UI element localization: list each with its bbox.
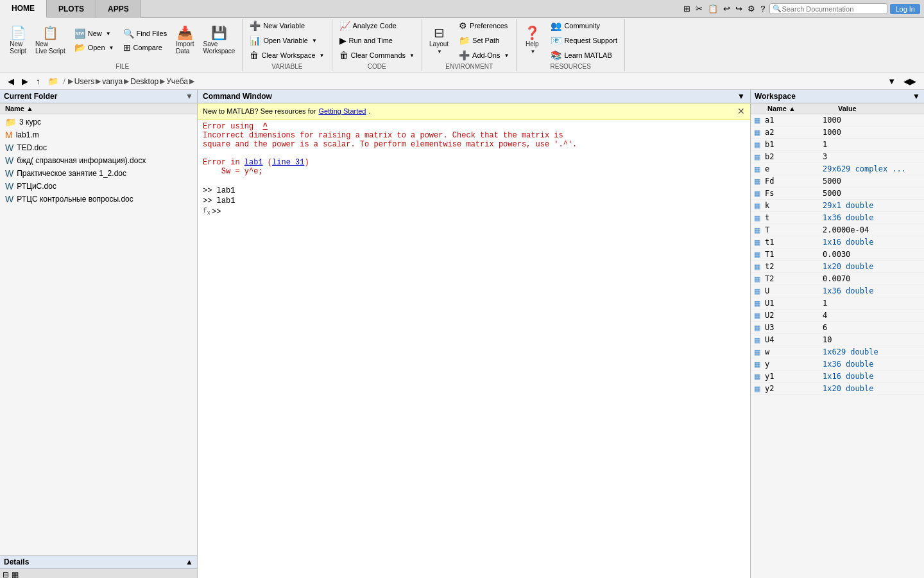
ws-var-value: 5000 bbox=[821, 175, 924, 187]
command-window-panel: Command Window ▼ New to MATLAB? See reso… bbox=[198, 90, 751, 578]
search-input[interactable] bbox=[782, 5, 884, 13]
table-row[interactable]: ▦ t 1x36 double bbox=[751, 212, 924, 224]
table-row[interactable]: ▦ b2 3 bbox=[751, 151, 924, 163]
open-variable-button[interactable]: 📊 Open Variable ▼ bbox=[246, 34, 320, 47]
import-data-button[interactable]: 📥 ImportData bbox=[173, 24, 197, 57]
error-file-link[interactable]: lab1 bbox=[244, 158, 263, 167]
breadcrumb-vanya[interactable]: vanya bbox=[102, 77, 123, 86]
table-row[interactable]: ▦ t2 1x20 double bbox=[751, 261, 924, 273]
table-row[interactable]: ▦ t1 1x16 double bbox=[751, 236, 924, 249]
list-item[interactable]: W РТЦС контрольные вопросы.doc bbox=[0, 193, 197, 206]
table-row[interactable]: ▦ k 29x1 double bbox=[751, 200, 924, 212]
list-item[interactable]: M lab1.m bbox=[0, 128, 197, 141]
cmd-panel-menu[interactable]: ▼ bbox=[737, 92, 745, 101]
table-row[interactable]: ▦ T 2.0000e-04 bbox=[751, 224, 924, 236]
command-content[interactable]: Error using ^ Incorrect dimensions for r… bbox=[198, 119, 750, 578]
list-item[interactable]: W TED.doc bbox=[0, 141, 197, 154]
path-expand-button[interactable]: ◀▶ bbox=[901, 76, 919, 87]
workspace-col-header: Name ▲ Value bbox=[751, 103, 924, 114]
tab-home[interactable]: HOME bbox=[0, 0, 47, 18]
help-icon: ❓ bbox=[524, 26, 540, 39]
table-row[interactable]: ▦ w 1x629 double bbox=[751, 346, 924, 358]
table-row[interactable]: ▦ e 29x629 complex ... bbox=[751, 163, 924, 175]
back-button[interactable]: ◀ bbox=[5, 76, 17, 87]
community-button[interactable]: 👥 Community bbox=[547, 19, 620, 32]
ws-var-value: 0.0070 bbox=[821, 273, 924, 285]
ws-var-icon: ▦ bbox=[751, 214, 764, 222]
breadcrumb-current[interactable]: Учеба bbox=[166, 77, 188, 86]
workspace-panel-menu[interactable]: ▼ bbox=[912, 92, 920, 101]
save-workspace-button[interactable]: 💾 SaveWorkspace bbox=[200, 24, 239, 57]
table-row[interactable]: ▦ a1 1000 bbox=[751, 114, 924, 127]
layout-icon: ⊟ bbox=[434, 26, 445, 39]
forward-button[interactable]: ▶ bbox=[19, 76, 31, 87]
table-row[interactable]: ▦ U1 1 bbox=[751, 297, 924, 310]
list-item[interactable]: 📁 3 курс bbox=[0, 116, 197, 128]
run-time-button[interactable]: ▶ Run and Time bbox=[336, 34, 396, 47]
list-item[interactable]: W Практическое занятие 1_2.doc bbox=[0, 167, 197, 180]
login-button[interactable]: Log In bbox=[890, 4, 920, 14]
breadcrumb-desktop[interactable]: Desktop bbox=[130, 77, 158, 86]
icon-copy[interactable]: ⊞ bbox=[681, 3, 692, 14]
tab-plots[interactable]: PLOTS bbox=[47, 0, 96, 18]
find-files-button[interactable]: 🔍 Find Files bbox=[120, 27, 171, 40]
cmd-input[interactable] bbox=[221, 207, 234, 216]
browse-button[interactable]: 📁 bbox=[46, 76, 61, 87]
new-variable-button[interactable]: ➕ New Variable bbox=[246, 19, 308, 32]
open-dropdown-arrow: ▼ bbox=[109, 45, 114, 51]
table-row[interactable]: ▦ U 1x36 double bbox=[751, 285, 924, 297]
ws-var-icon: ▦ bbox=[751, 250, 764, 259]
request-support-button[interactable]: 📧 Request Support bbox=[547, 34, 620, 47]
panel-bottom-icon[interactable]: ⊟ bbox=[3, 570, 9, 578]
path-dropdown-button[interactable]: ▼ bbox=[885, 76, 898, 87]
table-row[interactable]: ▦ U4 10 bbox=[751, 334, 924, 346]
icon-help[interactable]: ? bbox=[758, 3, 767, 14]
learn-matlab-button[interactable]: 📚 Learn MATLAB bbox=[547, 49, 620, 62]
file-list[interactable]: 📁 3 курс M lab1.m W TED.doc W бжд( справ… bbox=[0, 114, 197, 555]
table-row[interactable]: ▦ U3 6 bbox=[751, 322, 924, 334]
list-item[interactable]: W бжд( справочная информация).docx bbox=[0, 154, 197, 167]
new-script-button[interactable]: 📄 NewScript bbox=[6, 24, 30, 57]
ws-var-icon: ▦ bbox=[751, 202, 764, 210]
compare-button[interactable]: ⊞ Compare bbox=[120, 41, 171, 54]
help-button[interactable]: ❓ Help ▼ bbox=[520, 24, 543, 57]
icon-paste[interactable]: 📋 bbox=[706, 3, 720, 14]
new-button[interactable]: 🆕 New ▼ bbox=[71, 27, 117, 40]
add-ons-button[interactable]: ➕ Add-Ons ▼ bbox=[456, 49, 512, 62]
details-header[interactable]: Details ▲ bbox=[0, 556, 197, 568]
table-row[interactable]: ▦ y 1x36 double bbox=[751, 358, 924, 371]
list-item[interactable]: W РТЦиС.doc bbox=[0, 180, 197, 193]
open-button[interactable]: 📂 Open ▼ bbox=[71, 41, 117, 54]
error-line-link[interactable]: line 31 bbox=[272, 158, 304, 167]
table-row[interactable]: ▦ T1 0.0030 bbox=[751, 249, 924, 261]
icon-settings[interactable]: ⚙ bbox=[746, 3, 757, 14]
table-row[interactable]: ▦ Fd 5000 bbox=[751, 175, 924, 188]
clear-workspace-button[interactable]: 🗑 Clear Workspace ▼ bbox=[246, 49, 327, 62]
new-live-script-button[interactable]: 📋 NewLive Script bbox=[32, 24, 69, 57]
getting-started-link[interactable]: Getting Started bbox=[318, 107, 366, 115]
table-row[interactable]: ▦ y2 1x20 double bbox=[751, 383, 924, 395]
table-row[interactable]: ▦ y1 1x16 double bbox=[751, 371, 924, 383]
search-box[interactable]: 🔍 bbox=[769, 3, 887, 14]
clear-commands-button[interactable]: 🗑 Clear Commands ▼ bbox=[336, 49, 418, 62]
table-row[interactable]: ▦ b1 1 bbox=[751, 139, 924, 151]
preferences-button[interactable]: ⚙ Preferences bbox=[456, 19, 512, 32]
ws-var-name: U2 bbox=[764, 310, 821, 321]
table-row[interactable]: ▦ a2 1000 bbox=[751, 127, 924, 139]
folder-panel-menu[interactable]: ▼ bbox=[185, 92, 193, 101]
set-path-button[interactable]: 📁 Set Path bbox=[456, 34, 512, 47]
icon-cut[interactable]: ✂ bbox=[694, 3, 705, 14]
layout-button[interactable]: ⊟ Layout ▼ bbox=[426, 24, 452, 57]
icon-redo[interactable]: ↪ bbox=[733, 3, 744, 14]
table-row[interactable]: ▦ Fs 5000 bbox=[751, 188, 924, 200]
tab-apps[interactable]: APPS bbox=[96, 0, 141, 18]
table-row[interactable]: ▦ T2 0.0070 bbox=[751, 273, 924, 285]
icon-undo[interactable]: ↩ bbox=[721, 3, 732, 14]
panel-bottom-resize[interactable]: ▦ bbox=[12, 570, 19, 578]
analyze-code-button[interactable]: 📈 Analyze Code bbox=[336, 19, 400, 32]
notification-close-button[interactable]: ✕ bbox=[737, 106, 745, 116]
up-button[interactable]: ↑ bbox=[33, 76, 43, 87]
table-row[interactable]: ▦ U2 4 bbox=[751, 310, 924, 322]
ws-var-value: 1x20 double bbox=[821, 383, 924, 394]
breadcrumb-users[interactable]: Users bbox=[74, 77, 94, 86]
